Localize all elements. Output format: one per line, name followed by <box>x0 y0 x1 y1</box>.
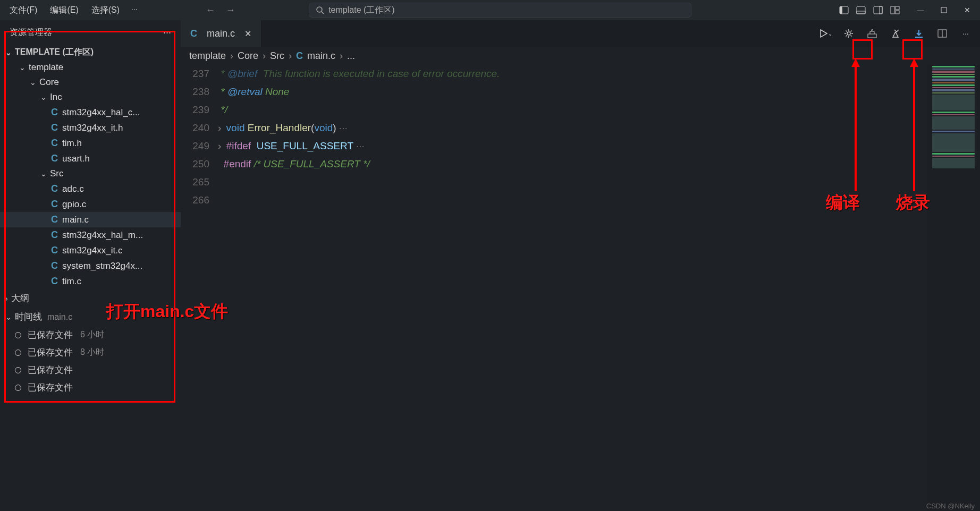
main-area: 资源管理器 ··· ⌄ TEMPLATE (工作区) ⌄template ⌄Co… <box>0 20 980 511</box>
explorer-title: 资源管理器 <box>10 27 52 38</box>
explorer-more-icon[interactable]: ··· <box>163 27 171 38</box>
search-text: template (工作区) <box>328 5 394 16</box>
customize-layout-icon[interactable] <box>890 5 900 15</box>
menu-edit[interactable]: 编辑(E) <box>45 3 83 18</box>
svg-rect-7 <box>880 6 882 14</box>
sidebar: 资源管理器 ··· ⌄ TEMPLATE (工作区) ⌄template ⌄Co… <box>0 20 181 511</box>
nav-forward-icon[interactable]: → <box>226 5 235 16</box>
line-gutter: 237238239240249250265266 <box>181 65 218 511</box>
c-file-icon: C <box>51 183 58 194</box>
file-item[interactable]: Cstm32g4xx_it.h <box>0 120 181 135</box>
menu-bar: 文件(F) 编辑(E) 选择(S) ··· <box>4 3 142 18</box>
chevron-down-icon: ⌄ <box>40 93 47 101</box>
chevron-down-icon: ⌄ <box>5 313 12 321</box>
c-file-icon: C <box>51 199 58 210</box>
c-file-icon: C <box>51 122 58 133</box>
c-file-icon: C <box>51 260 58 271</box>
watermark: CSDN @NKelly <box>926 502 975 510</box>
layout-sidebar-left-icon[interactable] <box>839 5 849 15</box>
file-item[interactable]: Cstm32g4xx_it.c <box>0 243 181 258</box>
file-item[interactable]: Ctim.c <box>0 274 181 289</box>
c-file-icon: C <box>51 107 58 118</box>
circle-icon <box>15 332 21 338</box>
svg-rect-8 <box>891 6 894 14</box>
window-controls: — ✕ <box>915 5 973 15</box>
file-item[interactable]: Csystem_stm32g4x... <box>0 258 181 274</box>
svg-rect-5 <box>857 11 865 14</box>
svg-rect-13 <box>868 34 876 38</box>
file-item[interactable]: Cmain.c <box>0 212 181 227</box>
minimap[interactable] <box>927 65 980 511</box>
workspace-root[interactable]: ⌄ TEMPLATE (工作区) <box>0 45 181 60</box>
tabs-row: C main.c ✕ ⌄ ··· <box>181 20 980 47</box>
c-file-icon: C <box>190 28 197 39</box>
download-flash-icon[interactable] <box>912 27 926 40</box>
command-center[interactable]: template (工作区) <box>309 3 691 18</box>
folder-src[interactable]: ⌄Src <box>0 166 181 181</box>
breadcrumb[interactable]: template› Core› Src› Cmain.c› ... <box>181 47 980 65</box>
circle-icon <box>15 367 21 373</box>
clean-icon[interactable] <box>889 27 902 40</box>
editor-zone: C main.c ✕ ⌄ ··· template› Core› Src› Cm… <box>181 20 980 511</box>
circle-icon <box>15 350 21 356</box>
menu-more-icon[interactable]: ··· <box>127 3 142 18</box>
chevron-down-icon: ⌄ <box>30 78 36 87</box>
svg-rect-4 <box>857 6 865 14</box>
folder-core[interactable]: ⌄Core <box>0 75 181 90</box>
chevron-down-icon: ⌄ <box>5 48 12 57</box>
nav-back-icon[interactable]: ← <box>206 5 215 16</box>
c-file-icon: C <box>51 214 58 225</box>
circle-icon <box>15 385 21 391</box>
file-item[interactable]: Cadc.c <box>0 181 181 197</box>
maximize-icon[interactable] <box>939 5 949 15</box>
minimize-icon[interactable]: — <box>915 5 926 15</box>
c-file-icon: C <box>296 50 303 62</box>
svg-rect-10 <box>895 11 899 14</box>
svg-line-1 <box>322 12 324 14</box>
build-icon[interactable] <box>865 27 879 40</box>
settings-gear-icon[interactable] <box>842 27 856 40</box>
folder-template[interactable]: ⌄template <box>0 60 181 75</box>
nav-arrows: ← → <box>206 5 235 16</box>
explorer-header: 资源管理器 ··· <box>0 20 181 45</box>
search-icon <box>316 6 324 14</box>
file-item[interactable]: Cgpio.c <box>0 197 181 212</box>
timeline-section[interactable]: ⌄时间线main.c <box>0 308 181 326</box>
timeline-item[interactable]: 已保存文件 <box>0 361 181 379</box>
file-item[interactable]: Ctim.h <box>0 135 181 151</box>
code-editor[interactable]: 237238239240249250265266 * @brief This f… <box>181 65 980 511</box>
code-content[interactable]: * @brief This function is executed in ca… <box>218 65 980 511</box>
more-actions-icon[interactable]: ··· <box>959 27 973 40</box>
split-editor-icon[interactable] <box>935 27 949 40</box>
tab-close-icon[interactable]: ✕ <box>244 29 251 39</box>
folder-inc[interactable]: ⌄Inc <box>0 90 181 105</box>
file-item[interactable]: Cstm32g4xx_hal_c... <box>0 105 181 120</box>
c-file-icon: C <box>51 138 58 149</box>
svg-rect-9 <box>895 6 899 10</box>
timeline-item[interactable]: 已保存文件8 小时 <box>0 344 181 361</box>
file-item[interactable]: Cstm32g4xx_hal_m... <box>0 227 181 243</box>
run-debug-icon[interactable]: ⌄ <box>818 27 832 40</box>
timeline-item[interactable]: 已保存文件 <box>0 379 181 396</box>
svg-rect-6 <box>874 6 882 14</box>
file-item[interactable]: Cusart.h <box>0 151 181 166</box>
layout-panel-icon[interactable] <box>856 5 866 15</box>
tab-main-c[interactable]: C main.c ✕ <box>181 20 261 47</box>
outline-section[interactable]: ›大纲 <box>0 289 181 308</box>
chevron-down-icon: ⌄ <box>40 169 47 178</box>
c-file-icon: C <box>51 245 58 256</box>
chevron-right-icon: › <box>5 294 8 303</box>
explorer-tree: ⌄ TEMPLATE (工作区) ⌄template ⌄Core ⌄Inc Cs… <box>0 45 181 511</box>
title-right: — ✕ <box>839 5 976 15</box>
svg-rect-3 <box>840 6 842 14</box>
svg-point-0 <box>317 7 322 12</box>
chevron-down-icon: ⌄ <box>19 63 26 72</box>
menu-file[interactable]: 文件(F) <box>4 3 43 18</box>
menu-select[interactable]: 选择(S) <box>86 3 125 18</box>
timeline-item[interactable]: 已保存文件6 小时 <box>0 326 181 344</box>
c-file-icon: C <box>51 229 58 241</box>
layout-sidebar-right-icon[interactable] <box>873 5 883 15</box>
titlebar: 文件(F) 编辑(E) 选择(S) ··· ← → template (工作区)… <box>0 0 980 20</box>
close-icon[interactable]: ✕ <box>962 5 973 15</box>
c-file-icon: C <box>51 276 58 287</box>
